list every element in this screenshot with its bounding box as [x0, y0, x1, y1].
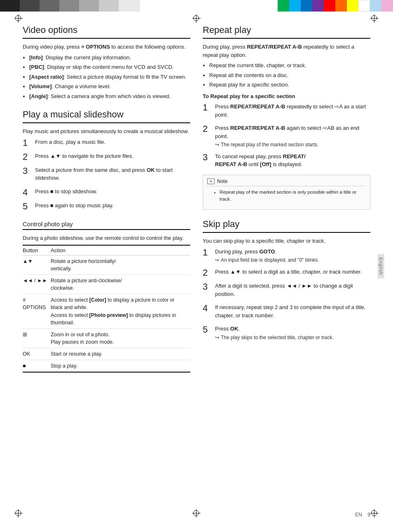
control-table: Button Action ▲▼ Rotate a picture horizo… [23, 245, 190, 373]
table-cell-button: ◄◄ / ►► [23, 275, 51, 294]
note-content: Repeat play of the marked section is onl… [207, 189, 366, 203]
step-number: 2 [203, 124, 211, 148]
video-options-section: Video options During video play, press ≡… [23, 25, 190, 100]
skip-play-steps: 1 During play, press GOTO. An input fiel… [203, 248, 370, 341]
table-cell-button: OK [23, 348, 51, 360]
note-header: ≡ Note [207, 178, 366, 186]
note-label: Note [217, 178, 227, 184]
table-cell-button: ⊞ [23, 328, 51, 348]
table-row: ■ Stop a play. [23, 360, 190, 373]
video-options-title: Video options [23, 25, 190, 35]
color-bar-top [0, 0, 393, 12]
reg-mark-tc [190, 12, 203, 25]
note-icon: ≡ [207, 178, 215, 184]
skip-play-section: Skip play You can skip play to a specifi… [203, 219, 370, 341]
step-number: 3 [203, 152, 211, 170]
step-item: 1 During play, press GOTO. An input fiel… [203, 248, 370, 264]
step-content: If necessary, repeat step 2 and 3 to com… [215, 303, 370, 321]
step-item: 2 Press ▲▼ to navigate to the picture fi… [23, 152, 190, 162]
table-row: ◄◄ / ►► Rotate a picture anti-clockwise/… [23, 275, 190, 294]
step-number: 1 [203, 248, 211, 264]
step-number: 1 [203, 103, 211, 120]
step-result: The repeat play of the marked section st… [215, 141, 370, 148]
step-content: Press ■ again to stop music play. [35, 202, 190, 211]
step-content: Press OK. The play skips to the selected… [215, 325, 370, 341]
step-number: 3 [203, 282, 211, 299]
step-number: 2 [23, 152, 31, 162]
step-item: 3 To cancel repeat play, press REPEAT/RE… [203, 152, 370, 170]
list-item: Repeat play for a specific section. [209, 81, 370, 89]
step-content: During play, press GOTO. An input field … [215, 248, 370, 264]
lang-code: EN [355, 512, 362, 518]
page-number: 9 [367, 512, 370, 518]
step-item: 4 If necessary, repeat step 2 and 3 to c… [203, 303, 370, 321]
repeat-play-divider [203, 38, 370, 39]
skip-play-divider [203, 232, 370, 233]
repeat-section-heading: To Repeat play for a specific section [203, 92, 370, 101]
reg-mark-bc [190, 507, 203, 520]
musical-slideshow-title: Play a musical slideshow [23, 109, 190, 120]
control-photo-intro: During a photo slideshow, use the remote… [23, 234, 190, 242]
step-number: 3 [23, 166, 31, 183]
table-row: ⊞ Zoom in or out of a photo.Play pauses … [23, 328, 190, 348]
table-cell-action: Rotate a picture anti-clockwise/clockwis… [51, 275, 190, 294]
video-options-divider [23, 38, 190, 39]
step-item: 2 Press REPEAT/REPEAT A-B again to selec… [203, 124, 370, 148]
step-content: After a digit is selected, press ◄◄ / ►►… [215, 282, 370, 299]
step-content: Press REPEAT/REPEAT A-B repeatedly to se… [215, 103, 370, 120]
step-content: Select a picture from the same disc, and… [35, 166, 190, 183]
reg-mark-tr [368, 12, 381, 25]
list-item: [Angle]: Select a camera angle from whic… [29, 92, 190, 101]
table-col-button: Button [23, 245, 51, 255]
step-item: 1 Press REPEAT/REPEAT A-B repeatedly to … [203, 103, 370, 120]
step-item: 5 Press OK. The play skips to the select… [203, 325, 370, 341]
step-content: Press ▲▼ to navigate to the picture file… [35, 152, 190, 162]
step-item: 5 Press ■ again to stop music play. [23, 202, 190, 211]
repeat-play-title: Repeat play [203, 25, 370, 35]
musical-slideshow-divider [23, 122, 190, 123]
step-content: From a disc, play a music file. [35, 138, 190, 148]
note-box: ≡ Note Repeat play of the marked section… [203, 175, 370, 210]
reg-mark-tl [12, 12, 25, 25]
step-item: 3 Select a picture from the same disc, a… [23, 166, 190, 183]
step-number: 1 [23, 138, 31, 148]
step-number: 4 [203, 303, 211, 321]
skip-play-title: Skip play [203, 219, 370, 230]
control-photo-divider [23, 229, 190, 230]
table-cell-button: ▲▼ [23, 255, 51, 274]
table-cell-button: ≡OPTIONS [23, 294, 51, 329]
step-result: An input field bar is displayed, and "0"… [215, 257, 370, 264]
step-number: 5 [203, 325, 211, 341]
list-item: [Info]: Display the current play informa… [29, 54, 190, 62]
musical-slideshow-section: Play a musical slideshow Play music and … [23, 109, 190, 211]
main-content: Video options During video play, press ≡… [23, 25, 370, 507]
list-item: [Aspect ratio]: Select a picture display… [29, 73, 190, 81]
musical-slideshow-intro: Play music and pictures simultaneously t… [23, 127, 190, 136]
list-item: Repeat the current title, chapter, or tr… [209, 61, 370, 70]
repeat-play-intro: During play, press REPEAT/REPEAT A-B rep… [203, 43, 370, 59]
list-item: [PBC]: Display or skip the content menu … [29, 63, 190, 71]
table-row: OK Start or resume a play. [23, 348, 190, 360]
table-row: ≡OPTIONS Access to select [Color] to dis… [23, 294, 190, 329]
step-item: 3 After a digit is selected, press ◄◄ / … [203, 282, 370, 299]
table-row: ▲▼ Rotate a picture horizontally/vertica… [23, 255, 190, 274]
repeat-play-steps: 1 Press REPEAT/REPEAT A-B repeatedly to … [203, 103, 370, 170]
step-item: 4 Press ■ to stop slideshow. [23, 187, 190, 197]
step-content: Press ■ to stop slideshow. [35, 187, 190, 197]
step-number: 2 [203, 268, 211, 278]
video-options-intro: During video play, press ≡ OPTIONS to ac… [23, 43, 190, 51]
musical-slideshow-steps: 1 From a disc, play a music file. 2 Pres… [23, 138, 190, 212]
control-photo-section: Control photo play During a photo slides… [23, 220, 190, 373]
page-footer: EN 9 [355, 512, 370, 518]
table-col-action: Action [51, 245, 190, 255]
repeat-play-bullets: Repeat the current title, chapter, or tr… [209, 61, 370, 89]
right-column: Repeat play During play, press REPEAT/RE… [203, 25, 370, 507]
control-photo-title: Control photo play [23, 220, 190, 227]
side-language-label: English [377, 254, 384, 278]
video-options-list: [Info]: Display the current play informa… [29, 54, 190, 101]
table-cell-action: Rotate a picture horizontally/vertically… [51, 255, 190, 274]
repeat-play-section: Repeat play During play, press REPEAT/RE… [203, 25, 370, 210]
step-content: Press REPEAT/REPEAT A-B again to select … [215, 124, 370, 148]
table-cell-action: Zoom in or out of a photo.Play pauses in… [51, 328, 190, 348]
left-column: Video options During video play, press ≡… [23, 25, 190, 507]
